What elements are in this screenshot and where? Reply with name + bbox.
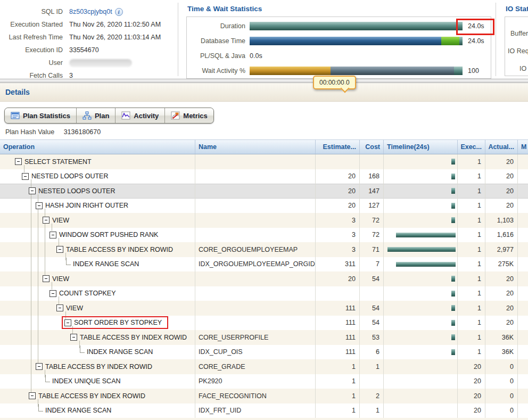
operation-label: TABLE ACCESS BY INDEX ROWID: [45, 363, 152, 370]
table-row[interactable]: SELECT STATEMENT120: [0, 154, 528, 169]
actual-rows-cell: 1,103: [485, 213, 518, 228]
memory-cell: [518, 359, 528, 374]
timeline-cell: [384, 228, 458, 243]
executions-cell: 1: [458, 286, 485, 301]
table-row[interactable]: INDEX RANGE SCANIDX_ORGOUEMPLOYEEMAP_ORG…: [0, 257, 528, 272]
tree-corner: [38, 404, 43, 411]
tab-label: Plan Statistics: [23, 112, 70, 120]
info-icon[interactable]: i: [115, 8, 123, 16]
name-cell: PK2920: [195, 374, 316, 389]
table-row[interactable]: VIEW37211,103: [0, 213, 528, 228]
section-splitter[interactable]: [0, 79, 528, 83]
timeline-bar: [387, 247, 456, 252]
tab-plan[interactable]: Plan: [77, 108, 116, 123]
column-header-operation[interactable]: Operation: [0, 140, 195, 154]
tree-expand-toggle[interactable]: [43, 275, 50, 282]
executions-cell: 20: [458, 374, 485, 389]
operation-cell: SORT ORDER BY STOPKEY: [0, 316, 195, 331]
table-row[interactable]: VIEW11154120: [0, 301, 528, 316]
tree-expand-toggle[interactable]: [15, 158, 22, 165]
column-header-exec-[interactable]: Exec...: [458, 140, 485, 154]
stat-row: Duration24.0s: [187, 19, 491, 34]
name-cell: FACE_RECOGNITION: [195, 389, 316, 403]
tree-expand-toggle[interactable]: [50, 232, 56, 238]
name-cell: CORE_ORGOUEMPLOYEEMAP: [195, 242, 316, 257]
tree-expand-toggle[interactable]: [29, 187, 36, 194]
stat-value: 24.0s: [468, 37, 484, 45]
actual-rows-cell: 275K: [485, 257, 518, 272]
timeline-cell: [384, 301, 458, 316]
name-cell: [195, 184, 316, 199]
tree-expand-toggle[interactable]: [70, 334, 77, 341]
table-row[interactable]: NESTED LOOPS OUTER20147120: [0, 184, 528, 199]
tree-expand-toggle[interactable]: [56, 304, 63, 311]
timeline-marker: [451, 349, 455, 355]
executions-cell: 1: [458, 213, 485, 228]
tab-metrics[interactable]: Metrics: [165, 108, 213, 123]
column-header-timeline-24s-[interactable]: Timeline(24s): [384, 140, 458, 154]
executions-cell: 1: [458, 271, 485, 286]
timeline-cell: [384, 271, 458, 286]
bar-segment-blue: [250, 37, 441, 45]
tab-plan-statistics[interactable]: Plan Statistics: [5, 108, 77, 123]
tree-expand-toggle[interactable]: [29, 392, 36, 399]
name-cell: IDX_CUP_OIS: [195, 345, 316, 360]
stat-bar: [250, 22, 463, 30]
table-row[interactable]: VIEW2054120: [0, 271, 528, 286]
column-header-actual-[interactable]: Actual...: [485, 140, 518, 154]
cost-cell: [360, 154, 384, 169]
executions-cell: 1: [458, 316, 485, 331]
actual-rows-cell: 2,977: [485, 242, 518, 257]
memory-cell: [518, 228, 528, 243]
column-header-estimate-[interactable]: Estimate...: [316, 140, 360, 154]
memory-cell: [518, 389, 528, 403]
timeline-marker: [451, 276, 455, 282]
sql-id-link[interactable]: 8z503cpjybq0t: [69, 8, 112, 15]
column-header-m[interactable]: M: [518, 140, 528, 154]
tree-expand-toggle[interactable]: [22, 173, 29, 180]
time-wait-panel: Time & Wait Statistics Duration24.0sData…: [186, 0, 491, 79]
info-value: [69, 59, 132, 67]
operation-cell: SELECT STATEMENT: [0, 154, 195, 169]
tree-expand-toggle[interactable]: [56, 246, 63, 253]
actual-rows-cell: 20: [485, 199, 518, 213]
tab-activity[interactable]: Activity: [116, 108, 165, 123]
operation-label: VIEW: [52, 217, 69, 224]
table-row[interactable]: HASH JOIN RIGHT OUTER20127120: [0, 199, 528, 213]
executions-cell: 1: [458, 330, 485, 345]
tree-expand-toggle[interactable]: [36, 363, 43, 370]
column-header-cost[interactable]: Cost: [360, 140, 384, 154]
table-row[interactable]: TABLE ACCESS BY INDEX ROWIDFACE_RECOGNIT…: [0, 389, 528, 403]
operation-label: INDEX RANGE SCAN: [45, 407, 111, 414]
tree-expand-toggle[interactable]: [36, 202, 43, 209]
timeline-cell: [384, 286, 458, 301]
plan-hash-value: 3136180670: [64, 128, 101, 136]
metrics-gauge-icon: [171, 111, 180, 120]
estimate-cell: 20: [316, 184, 360, 199]
info-label: Last Refresh Time: [0, 34, 63, 41]
tree-expand-toggle[interactable]: [64, 319, 71, 326]
table-row[interactable]: WINDOW SORT PUSHED RANK37211,616: [0, 228, 528, 243]
table-row[interactable]: TABLE ACCESS BY INDEX ROWIDCORE_GRADE112…: [0, 359, 528, 374]
cost-cell: 7: [360, 257, 384, 272]
estimate-cell: 1: [316, 374, 360, 389]
cost-cell: 2: [360, 389, 384, 403]
name-cell: [195, 228, 316, 243]
tree-expand-toggle[interactable]: [50, 290, 56, 297]
stat-label: Database Time: [187, 37, 245, 45]
tree-expand-toggle[interactable]: [43, 217, 50, 224]
timeline-marker: [451, 305, 455, 311]
estimate-cell: 20: [316, 199, 360, 213]
cost-cell: [360, 374, 384, 389]
info-label: Execution ID: [0, 46, 63, 54]
table-row[interactable]: INDEX RANGE SCANIDX_FRT_UID11200: [0, 403, 528, 418]
actual-rows-cell: 20: [485, 286, 518, 301]
table-row[interactable]: INDEX UNIQUE SCANPK29201200: [0, 374, 528, 389]
timeline-cell: [384, 359, 458, 374]
table-row[interactable]: NESTED LOOPS OUTER20168120: [0, 169, 528, 184]
table-row[interactable]: SORT ORDER BY STOPKEY11154120: [0, 316, 528, 331]
column-header-name[interactable]: Name: [195, 140, 316, 154]
stat-bar: [250, 67, 463, 75]
table-row[interactable]: COUNT STOPKEY120: [0, 286, 528, 301]
table-row[interactable]: TABLE ACCESS BY INDEX ROWIDCORE_ORGOUEMP…: [0, 242, 528, 257]
